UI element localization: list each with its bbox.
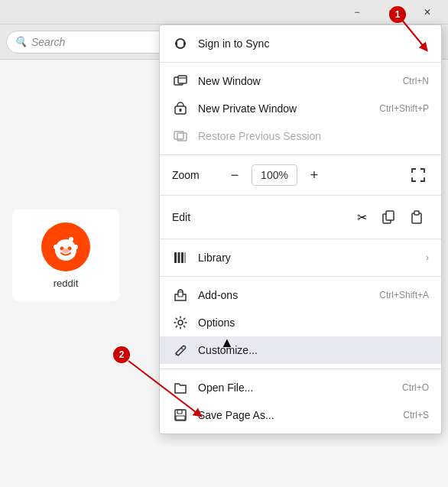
menu-section-sync: Sign in to Sync [160,25,441,63]
svg-rect-31 [386,211,394,220]
customize-icon [172,342,189,359]
copy-icon [382,210,396,224]
save-page-shortcut: Ctrl+S [403,410,429,420]
reddit-tile[interactable]: reddit [12,209,119,301]
svg-point-20 [62,248,70,253]
zoom-row: Zoom − 100% + [160,160,441,190]
menu-item-sync[interactable]: Sign in to Sync [160,30,441,57]
private-window-icon [172,100,189,117]
options-icon [172,314,189,331]
open-file-shortcut: Ctrl+O [402,382,429,393]
paste-button[interactable] [404,205,429,229]
reddit-label: reddit [54,278,79,289]
svg-rect-37 [185,252,186,263]
svg-point-16 [54,245,58,249]
new-window-icon [172,73,189,89]
library-menu-icon [172,249,189,266]
zoom-out-button[interactable]: − [224,164,245,186]
search-icon: 🔍 [15,36,27,47]
svg-rect-35 [178,252,180,263]
menu-item-restore-session: Restore Previous Session [160,122,441,150]
restore-session-icon [172,128,189,144]
addons-icon [172,287,189,304]
minimize-button[interactable]: − [339,0,375,24]
sync-label: Sign in to Sync [198,37,429,50]
menu-item-open-file[interactable]: Open File... Ctrl+O [160,374,441,401]
svg-rect-27 [180,109,182,112]
svg-point-17 [73,245,78,249]
new-window-label: New Window [198,75,394,87]
search-placeholder: Search [31,36,65,48]
copy-button[interactable] [377,205,401,229]
svg-rect-24 [178,76,187,83]
addons-shortcut: Ctrl+Shift+A [379,290,429,300]
zoom-value: 100% [252,164,297,186]
save-page-icon [172,407,189,424]
edit-row: Edit ✂ [160,200,441,234]
edit-actions: ✂ [349,205,429,229]
svg-point-39 [178,320,183,325]
new-window-shortcut: Ctrl+N [403,76,429,86]
private-window-label: New Private Window [198,102,370,115]
menu-item-addons[interactable]: Add-ons Ctrl+Shift+A [160,281,441,309]
customize-label: Customize... [198,344,429,356]
close-button[interactable]: ✕ [410,0,445,24]
menu-section-file: Open File... Ctrl+O Save Page As... Ctrl… [160,369,441,433]
menu-item-new-window[interactable]: New Window Ctrl+N [160,67,441,95]
menu-section-addons: Add-ons Ctrl+Shift+A Options Customize..… [160,277,441,369]
menu-item-options[interactable]: Options [160,309,441,336]
menu-section-edit: Edit ✂ [160,196,441,239]
badge-1: 1 [389,6,406,23]
svg-rect-36 [181,252,183,263]
zoom-in-button[interactable]: + [304,164,325,186]
svg-rect-33 [414,211,419,215]
library-arrow-icon: › [426,252,429,263]
edit-label: Edit [172,211,218,223]
svg-rect-40 [175,410,186,420]
fullscreen-icon [411,168,425,182]
zoom-label: Zoom [172,169,218,181]
menu-section-library: Library › [160,239,441,277]
cut-button[interactable]: ✂ [349,205,374,229]
library-menu-label: Library [198,252,417,264]
paste-icon [410,210,424,224]
svg-rect-34 [174,252,177,263]
badge-2: 2 [113,346,130,363]
zoom-fullscreen-button[interactable] [407,164,429,186]
reddit-alien-icon [49,230,83,264]
dropdown-menu: Sign in to Sync New Window Ctrl+N New Pr… [159,24,442,434]
menu-item-customize[interactable]: Customize... [160,336,441,364]
sync-icon [172,35,189,52]
sidebar: reddit [0,60,138,487]
title-bar: − □ ✕ [0,0,448,24]
open-file-icon [172,379,189,396]
svg-rect-42 [176,416,185,420]
addons-label: Add-ons [198,289,370,301]
menu-item-private-window[interactable]: New Private Window Ctrl+Shift+P [160,95,441,122]
menu-item-library[interactable]: Library › [160,244,441,271]
menu-section-zoom: Zoom − 100% + [160,155,441,196]
options-label: Options [198,317,429,329]
svg-rect-38 [178,292,183,297]
restore-session-label: Restore Previous Session [198,130,429,142]
private-window-shortcut: Ctrl+Shift+P [379,103,429,114]
reddit-logo [41,222,90,271]
menu-section-windows: New Window Ctrl+N New Private Window Ctr… [160,63,441,155]
menu-item-save-page[interactable]: Save Page As... Ctrl+S [160,401,441,429]
open-file-label: Open File... [198,381,393,394]
save-page-label: Save Page As... [198,409,394,421]
